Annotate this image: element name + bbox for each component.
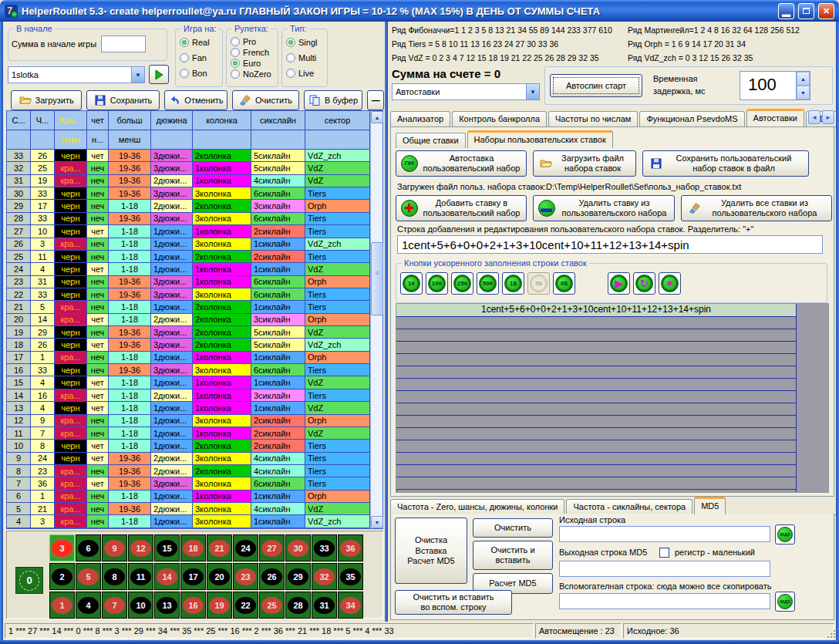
roulette-number-8[interactable]: 8 [102,563,127,590]
radio-nozero[interactable]: NoZero [231,69,271,79]
roulette-number-31[interactable]: 31 [312,592,337,619]
roulette-number-33[interactable]: 33 [312,534,337,561]
roulette-number-20[interactable]: 20 [207,563,232,590]
freq-tab-3[interactable]: MD5 [694,497,726,514]
spinner-up-icon[interactable]: ▲ [797,72,810,86]
load-button[interactable]: Загрузить [11,90,82,110]
save-set-file-button[interactable]: Сохранить пользовательский набор ставок … [642,150,809,177]
to-clipboard-button[interactable]: В буфер [304,90,363,110]
roulette-number-4[interactable]: 4 [76,592,101,619]
sets-tab-2[interactable]: Наборы пользовательских ставок [467,130,613,148]
spinner-down-icon[interactable]: ▼ [797,86,810,99]
roulette-number-34[interactable]: 34 [338,592,363,619]
radio-french[interactable]: French [231,48,271,57]
source-string-input[interactable] [559,526,770,542]
chip-1d-button[interactable]: 1$ [502,272,524,295]
roulette-number-10[interactable]: 10 [128,592,153,619]
md5-clear-button[interactable]: Очистить [473,518,553,538]
close-button[interactable]: ✕ [818,3,834,19]
roulette-number-28[interactable]: 28 [285,592,311,619]
radio-bon[interactable]: Bon [180,69,210,78]
roulette-number-12[interactable]: 12 [128,534,153,561]
clear-button[interactable]: Очистить [232,90,298,110]
bet-string-input[interactable] [397,235,823,254]
roulette-number-24[interactable]: 24 [233,534,258,561]
roulette-number-23[interactable]: 23 [233,563,258,590]
roulette-number-22[interactable]: 22 [233,592,258,619]
roulette-number-3[interactable]: 3 [49,534,75,561]
roulette-number-19[interactable]: 19 [207,592,232,619]
bet-set-list[interactable]: 1cent+5+6+0+0+2+1+3+10cent+10+11+12+13+1… [396,303,829,493]
resize-grip[interactable] [826,630,835,639]
roulette-number-21[interactable]: 21 [207,534,232,561]
collapse-button[interactable]: — [367,90,384,110]
chip-0d-button[interactable]: 0$ [553,272,575,295]
roulette-number-2[interactable]: 2 [49,563,75,590]
repeat-button[interactable]: ↻ [633,272,655,295]
spin-button[interactable]: ✶ [659,272,681,295]
roulette-number-29[interactable]: 29 [285,563,311,590]
remove-bet-button[interactable]: ▬ Удалить ставку из пользовательского на… [533,195,675,221]
roulette-number-30[interactable]: 30 [285,534,311,561]
undo-button[interactable]: Отменить [164,90,228,110]
scroll-down-icon[interactable]: ▼ [371,516,383,528]
freq-tab-1[interactable]: Частота - Zero, шансы, дюжины, колонки [390,499,564,514]
delay-spinner[interactable]: 100 ▲ ▼ [740,71,810,100]
radio-fan[interactable]: Fan [180,53,210,62]
roulette-number-25[interactable]: 25 [259,592,285,619]
roulette-number-15[interactable]: 15 [154,534,180,561]
chip-50c-button[interactable]: 50¢ [477,272,499,295]
roulette-number-35[interactable]: 35 [338,563,363,590]
tabs-scroll-right-icon[interactable]: ► [822,110,834,124]
radio-euro[interactable]: Euro [231,59,271,68]
aux-string-input[interactable] [559,593,770,609]
autobet-user-set-button[interactable]: ПН Автоставка пользовательский набор [396,150,527,177]
minimize-button[interactable]: ▬ [778,3,794,19]
tabs-scroll-left-icon[interactable]: ◄ [808,110,820,124]
main-tab-1[interactable]: Анализатор [390,111,450,126]
chevron-down-icon[interactable]: ▼ [526,84,539,99]
roulette-number-26[interactable]: 26 [259,563,285,590]
roulette-number-18[interactable]: 18 [180,534,206,561]
maximize-button[interactable] [798,3,814,19]
md5-clear-paste-aux-button[interactable]: Очистить и вставить во вспом. строку [395,590,512,615]
roulette-number-9[interactable]: 9 [102,534,127,561]
chip-1c-button[interactable]: 1¢ [400,272,423,295]
md5-aux-icon-button[interactable]: МД5 [775,592,795,612]
roulette-number-11[interactable]: 11 [128,563,153,590]
roulette-number-14[interactable]: 14 [154,563,180,590]
roulette-number-16[interactable]: 16 [180,592,206,619]
md5-calc-icon-button[interactable]: МД5 [775,524,795,545]
chevron-down-icon[interactable]: ▼ [131,67,144,83]
roulette-number-0[interactable]: 0 [15,567,43,594]
table-scrollbar[interactable]: ▲ ▼ [370,111,382,528]
begin-sum-input[interactable] [101,35,146,52]
roulette-number-27[interactable]: 27 [259,534,285,561]
roulette-number-36[interactable]: 36 [338,534,363,561]
md5-clear-paste-button[interactable]: Очистить и вставить [473,541,553,570]
remove-all-bets-button[interactable]: Удалить все ставки из пользовательского … [681,195,832,221]
roulette-number-6[interactable]: 6 [76,534,101,561]
mode-select[interactable]: Автоставки ▼ [392,83,540,100]
roulette-number-7[interactable]: 7 [102,592,127,619]
autospin-start-button[interactable]: Автоспин старт [550,74,642,97]
roulette-number-5[interactable]: 5 [76,563,101,590]
radio-live[interactable]: Live [286,69,317,78]
roulette-number-1[interactable]: 1 [49,592,75,619]
radio-pro[interactable]: Pro [231,37,271,46]
radio-singl[interactable]: Singl [286,38,317,47]
play-button[interactable]: ▶ [608,272,630,295]
radio-real[interactable]: Real [180,38,210,47]
main-tab-5[interactable]: Автоставки [746,109,804,126]
add-bet-button[interactable]: ✚ Добавить ставку в пользовательский наб… [396,195,527,221]
radio-multi[interactable]: Multi [286,53,317,62]
main-tab-3[interactable]: Частоты по числам [548,111,638,126]
roulette-number-17[interactable]: 17 [180,563,206,590]
roulette-number-13[interactable]: 13 [154,592,180,619]
lowercase-checkbox[interactable] [659,548,669,558]
save-button[interactable]: Сохранить [86,90,159,110]
freq-tab-2[interactable]: Частота - сиклайны, сектора [566,499,692,514]
scroll-up-icon[interactable]: ▲ [371,111,383,123]
chip-10c-button[interactable]: 10¢ [426,272,448,295]
run-slot-button[interactable] [149,65,169,84]
